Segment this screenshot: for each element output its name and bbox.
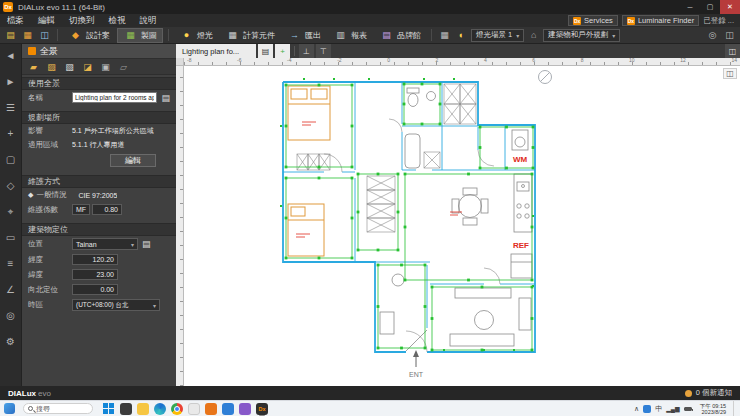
edit-button[interactable]: 編輯	[110, 154, 156, 167]
maximize-button[interactable]: ▢	[700, 0, 720, 14]
north-input[interactable]: 0.00	[72, 284, 118, 295]
fill-tool-icon[interactable]: ▧	[62, 60, 77, 73]
name-label: 名稱	[28, 93, 72, 103]
calc-objects-button[interactable]: ▦ 計算元件	[220, 28, 280, 43]
building-icon[interactable]: ⌂	[526, 29, 541, 42]
taskbar-clock[interactable]: 下午 09:15 2023/8/29	[700, 403, 726, 415]
menu-file[interactable]: 檔案	[0, 15, 31, 27]
name-input[interactable]	[72, 92, 157, 103]
report-icon: ▥	[333, 29, 348, 42]
tab-lighting-plan[interactable]: Lighting plan fo...	[176, 44, 256, 58]
split-view-button[interactable]: ◫	[725, 44, 740, 58]
light-tool-button[interactable]: ● 燈光	[174, 28, 218, 43]
menu-view[interactable]: 檢視	[102, 15, 133, 27]
dialux-taskbar-icon[interactable]: Dx	[256, 403, 268, 415]
align-top-button[interactable]: ⊤	[316, 44, 331, 58]
settings-gear-icon[interactable]: ⚙	[4, 335, 18, 348]
menu-edit[interactable]: 編輯	[31, 15, 62, 27]
menu-help[interactable]: 說明	[133, 15, 164, 27]
longitude-input[interactable]: 120.20	[72, 254, 118, 265]
notification-area[interactable]: 0 個新通知	[685, 388, 732, 398]
calculation-zones[interactable]	[285, 83, 535, 352]
bed-furniture[interactable]	[288, 86, 330, 256]
file-explorer-icon[interactable]	[137, 403, 149, 415]
services-button[interactable]: Dx Services	[568, 15, 618, 26]
corner-tool-icon[interactable]: ◪	[80, 60, 95, 73]
align-bottom-button[interactable]: ⊥	[299, 44, 314, 58]
luminaire-marks[interactable]	[280, 78, 534, 351]
drawing-canvas[interactable]: WM REF ENT ◫	[184, 66, 740, 386]
show-desktop-button[interactable]	[733, 401, 737, 416]
project-mode-button[interactable]: ◆ 設計案	[63, 28, 115, 43]
edge-browser-icon[interactable]	[154, 403, 166, 415]
chrome-browser-icon[interactable]	[171, 403, 183, 415]
login-status[interactable]: 已登錄 ...	[703, 16, 734, 26]
rename-doc-icon[interactable]: ▤	[161, 93, 170, 103]
menu-switch-to[interactable]: 切換到	[62, 15, 102, 27]
minimize-button[interactable]: ─	[680, 0, 700, 14]
light-scene-select[interactable]: 燈光場景 1 ▾	[471, 29, 524, 42]
polygon-tool-icon[interactable]: ◇	[4, 179, 18, 192]
new-file-icon[interactable]: ▤	[3, 29, 18, 42]
ime-indicator[interactable]: 中	[655, 404, 662, 414]
floor-plan: WM REF ENT	[184, 66, 740, 386]
radio-diamond-icon[interactable]: ◆	[28, 191, 33, 199]
fixtures[interactable]	[380, 88, 532, 351]
profile-row: 影響 5.1 戶外工作場所公共區域	[22, 124, 176, 138]
export-button[interactable]: → 匯出	[282, 28, 326, 43]
list-tool-icon[interactable]: ≡	[4, 257, 18, 270]
location-doc-icon[interactable]: ▤	[142, 239, 151, 249]
taskbar-search[interactable]: 搜尋	[23, 403, 93, 414]
surface-tool-icon[interactable]: ▭	[4, 231, 18, 244]
zoom-tool-icon[interactable]: ◎	[705, 29, 720, 42]
rectangle-tool-icon[interactable]: ▢	[4, 153, 18, 166]
luminaire-finder-button[interactable]: Dx Luminaire Finder	[622, 15, 699, 26]
angle-tool-icon[interactable]: ∠	[4, 283, 18, 296]
forward-icon[interactable]: ►	[4, 75, 18, 88]
construction-mode-button[interactable]: ▦ 製圖	[117, 28, 163, 43]
statusbar-edition: evo	[38, 389, 51, 398]
notes-app-icon[interactable]	[188, 403, 200, 415]
export-label: 匯出	[305, 30, 321, 41]
mail-app-icon[interactable]	[222, 403, 234, 415]
outline-tool-icon[interactable]: ▱	[116, 60, 131, 73]
brands-button[interactable]: ▤ 品牌館	[374, 28, 426, 43]
timezone-select[interactable]: (UTC+08:00) 台北 ▾	[72, 299, 160, 311]
target-tool-icon[interactable]: ⌖	[4, 205, 18, 218]
tray-expand-icon[interactable]: ∧	[634, 405, 639, 413]
lamp-icon[interactable]: ◐	[454, 29, 469, 42]
close-button[interactable]: ✕	[720, 0, 740, 14]
right-panel-toggle-icon[interactable]: ◫	[722, 29, 737, 42]
draw-tool-icon[interactable]: ▰	[26, 60, 41, 73]
terminal-app-icon[interactable]	[120, 403, 132, 415]
battery-icon[interactable]	[684, 407, 692, 411]
location-select[interactable]: Tainan ▾	[72, 238, 138, 250]
layers-icon[interactable]: ☰	[4, 101, 18, 114]
open-file-icon[interactable]: ▦	[20, 29, 35, 42]
network-signal-icon[interactable]: ▂▄▆	[666, 405, 679, 412]
mf-value-input[interactable]: 0.80	[92, 204, 122, 215]
hatch-tool-icon[interactable]: ▨	[44, 60, 59, 73]
latitude-input[interactable]: 23.00	[72, 269, 118, 280]
back-icon[interactable]: ◄	[4, 49, 18, 62]
zoom-icon[interactable]: ◎	[4, 309, 18, 322]
scene-grid-icon[interactable]: ▦	[437, 29, 452, 42]
widgets-icon[interactable]	[4, 403, 15, 414]
outer-walls	[283, 82, 535, 352]
add-object-icon[interactable]: +	[4, 127, 18, 140]
maintenance-method-row: ◆ 一般情況 CIE 97:2005	[22, 188, 176, 202]
report-button[interactable]: ▥ 報表	[328, 28, 372, 43]
onedrive-icon[interactable]	[643, 405, 651, 413]
office-app-icon[interactable]	[205, 403, 217, 415]
panorama-icon	[28, 47, 36, 55]
windows-start-button[interactable]	[103, 403, 115, 415]
save-file-icon[interactable]: ◫	[37, 29, 52, 42]
store-app-icon[interactable]	[239, 403, 251, 415]
latitude-label: 緯度	[28, 270, 72, 280]
view-options-button[interactable]: ◫	[723, 68, 737, 79]
add-view-button[interactable]: +	[275, 44, 290, 58]
chevron-down-icon: ▾	[516, 32, 519, 39]
plan-mode-select[interactable]: 建築物和戶外規劃 ▾	[543, 29, 620, 42]
select-tool-icon[interactable]: ▣	[98, 60, 113, 73]
new-view-button[interactable]: ▤	[258, 44, 273, 58]
